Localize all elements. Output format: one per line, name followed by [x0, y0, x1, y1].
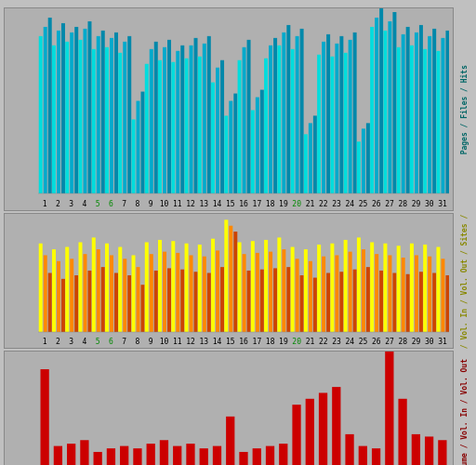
visits-x-axis: 1234567891011121314151617181920212223242… [38, 338, 449, 346]
visits-chart: 1234567891011121314151617181920212223242… [4, 213, 454, 350]
bandwidth-chart: 1234567891011121314151617181920212223242… [4, 351, 454, 465]
main-container: 1234567891011121314151617181920212223242… [0, 0, 476, 465]
hits-legend-label: Pages / Files / Hits [460, 65, 469, 154]
hits-x-axis: 1234567891011121314151617181920212223242… [38, 200, 449, 208]
legend-sidebar: Pages / Files / Hits Volume / Vol. In / … [456, 7, 472, 465]
hits-chart: 1234567891011121314151617181920212223242… [4, 7, 454, 211]
visits-legend-label: Volume / Vol. In / Vol. Out / Sites / Vi… [460, 213, 469, 349]
bandwidth-legend-label: Volume / Vol. In / Vol. Out [460, 359, 469, 465]
